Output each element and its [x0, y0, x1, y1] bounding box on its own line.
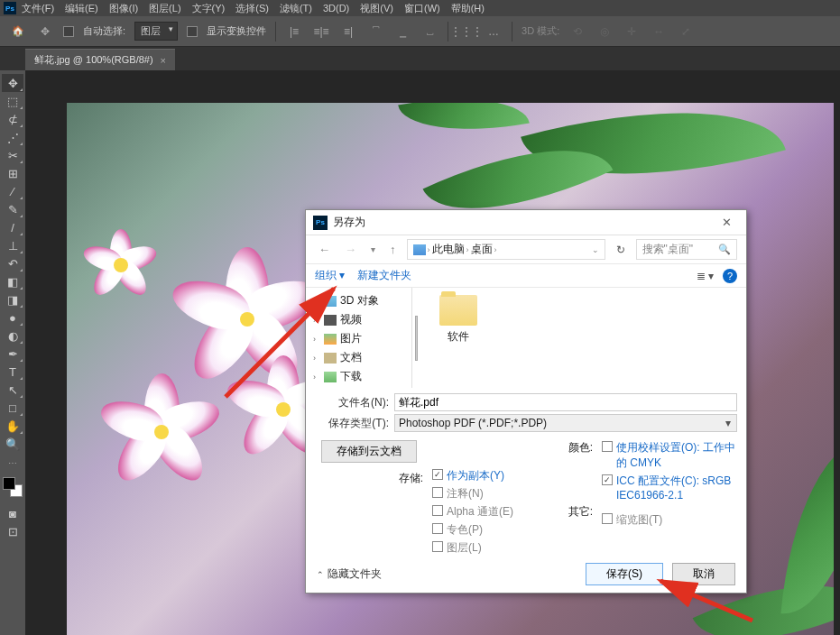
align-middle-icon[interactable]: ⎯ [393, 23, 411, 41]
breadcrumb-desktop[interactable]: 桌面 [471, 242, 493, 257]
pen-tool[interactable]: ✒ [2, 345, 23, 363]
tree-item[interactable]: ›音乐 [306, 386, 411, 388]
save-button[interactable]: 保存(S) [586, 563, 663, 585]
dialog-navigation: ← → ▾ ↑ › 此电脑 › 桌面 › ⌄ ↻ 搜索"桌面" 🔍 [306, 235, 746, 264]
path-select-tool[interactable]: ↖ [2, 381, 23, 399]
screenmode-icon[interactable]: ⊡ [2, 522, 23, 540]
more-icon[interactable]: … [485, 23, 503, 41]
3d-slide-icon[interactable]: ↔ [650, 23, 668, 41]
tree-item[interactable]: ›3D 对象 [306, 291, 411, 310]
back-button[interactable]: ← [315, 241, 334, 258]
quick-select-tool[interactable]: ⋰ [2, 128, 23, 146]
cancel-button[interactable]: 取消 [672, 563, 735, 585]
menu-3d[interactable]: 3D(D) [323, 3, 349, 14]
frame-tool[interactable]: ⊞ [2, 164, 23, 182]
forward-button[interactable]: → [341, 241, 360, 258]
show-transform-checkbox[interactable] [187, 26, 198, 37]
3d-orbit-icon[interactable]: ⟲ [568, 23, 586, 41]
align-bottom-icon[interactable]: ⎵ [420, 23, 438, 41]
close-icon[interactable]: ✕ [715, 212, 739, 233]
marquee-tool[interactable]: ⬚ [2, 92, 23, 110]
healing-tool[interactable]: ✎ [2, 200, 23, 218]
eraser-tool[interactable]: ◧ [2, 272, 23, 290]
tree-item[interactable]: ›文档 [306, 348, 411, 367]
3d-pan-icon[interactable]: ✛ [623, 23, 641, 41]
organize-button[interactable]: 组织 ▾ [315, 268, 345, 283]
menu-layer[interactable]: 图层(L) [149, 2, 180, 15]
align-center-icon[interactable]: ≡|≡ [312, 23, 330, 41]
edit-toolbar-icon[interactable]: ⋯ [8, 458, 17, 468]
refresh-icon[interactable]: ↻ [613, 242, 629, 258]
hand-tool[interactable]: ✋ [2, 417, 23, 435]
brush-tool[interactable]: / [2, 218, 23, 236]
thumb-checkbox[interactable] [602, 513, 613, 524]
menu-type[interactable]: 文字(Y) [192, 2, 226, 15]
type-tool[interactable]: T [2, 363, 23, 381]
as-copy-checkbox[interactable] [432, 469, 443, 480]
menu-select[interactable]: 选择(S) [235, 2, 269, 15]
up-button[interactable]: ↑ [386, 241, 400, 258]
view-options-icon[interactable]: ≣ ▾ [697, 270, 714, 282]
new-folder-button[interactable]: 新建文件夹 [357, 268, 411, 283]
icc-checkbox[interactable] [602, 474, 613, 485]
layer-dropdown[interactable]: 图层 [134, 22, 178, 41]
menu-window[interactable]: 窗口(W) [404, 2, 440, 15]
distribute-icon[interactable]: ⋮⋮⋮ [457, 23, 475, 41]
tree-item[interactable]: ›视频 [306, 310, 411, 329]
menu-image[interactable]: 图像(I) [109, 2, 138, 15]
file-area[interactable]: 软件 [420, 288, 746, 388]
document-tabbar: 鲜花.jpg @ 100%(RGB/8#) × [0, 47, 840, 70]
save-to-cloud-button[interactable]: 存储到云文档 [321, 440, 417, 463]
tree-item[interactable]: ›下载 [306, 367, 411, 386]
auto-select-checkbox[interactable] [63, 26, 74, 37]
menu-filter[interactable]: 滤镜(T) [280, 2, 312, 15]
quickmask-icon[interactable]: ◙ [2, 504, 23, 522]
align-top-icon[interactable]: ⎴ [366, 23, 384, 41]
spot-checkbox[interactable] [432, 523, 443, 534]
blur-tool[interactable]: ● [2, 308, 23, 327]
filename-input[interactable] [394, 393, 737, 411]
move-tool[interactable]: ✥ [2, 74, 23, 92]
chevron-down-icon[interactable]: ⌄ [592, 245, 599, 254]
proof-checkbox[interactable] [602, 441, 613, 452]
help-icon[interactable]: ? [723, 269, 737, 283]
align-right-icon[interactable]: ≡| [339, 23, 357, 41]
breadcrumb-pc[interactable]: 此电脑 [432, 242, 465, 257]
menu-file[interactable]: 文件(F) [22, 2, 54, 15]
gradient-tool[interactable]: ◨ [2, 290, 23, 308]
icc-label: ICC 配置文件(C): sRGB IEC61966-2.1 [616, 474, 737, 502]
alpha-checkbox[interactable] [432, 505, 443, 516]
lasso-tool[interactable]: ⊄ [2, 110, 23, 128]
stamp-tool[interactable]: ⊥ [2, 236, 23, 254]
menu-edit[interactable]: 编辑(E) [65, 2, 98, 15]
hide-folders-toggle[interactable]: ⌃ 隐藏文件夹 [317, 566, 382, 582]
dodge-tool[interactable]: ◐ [2, 327, 23, 345]
folder-icon [324, 372, 337, 382]
filetype-label: 保存类型(T): [315, 416, 389, 431]
foreground-color[interactable] [3, 477, 15, 490]
recent-dropdown-icon[interactable]: ▾ [367, 243, 379, 256]
splitter[interactable] [412, 288, 420, 388]
3d-roll-icon[interactable]: ◎ [595, 23, 614, 41]
color-swatches[interactable] [3, 477, 23, 497]
shape-tool[interactable]: □ [2, 399, 23, 417]
breadcrumb[interactable]: › 此电脑 › 桌面 › ⌄ [407, 239, 605, 260]
crop-tool[interactable]: ✂ [2, 146, 23, 164]
layers-checkbox[interactable] [432, 541, 443, 552]
filetype-dropdown[interactable]: Photoshop PDF (*.PDF;*.PDP) [394, 414, 737, 432]
tree-item[interactable]: ›图片 [306, 329, 411, 348]
zoom-tool[interactable]: 🔍 [2, 435, 23, 453]
3d-scale-icon[interactable]: ⤢ [677, 23, 695, 41]
document-tab[interactable]: 鲜花.jpg @ 100%(RGB/8#) × [25, 49, 175, 70]
close-icon[interactable]: × [161, 55, 166, 66]
menu-view[interactable]: 视图(V) [360, 2, 393, 15]
home-icon[interactable]: 🏠 [9, 23, 27, 41]
align-left-icon[interactable]: |≡ [285, 23, 303, 41]
history-brush-tool[interactable]: ↶ [2, 254, 23, 272]
menu-help[interactable]: 帮助(H) [451, 2, 485, 15]
notes-checkbox[interactable] [432, 487, 443, 498]
folder-tree[interactable]: ›3D 对象›视频›图片›文档›下载›音乐›面 [306, 288, 412, 388]
folder-item[interactable]: 软件 [427, 295, 490, 345]
eyedropper-tool[interactable]: ⁄ [2, 182, 23, 200]
search-input[interactable]: 搜索"桌面" 🔍 [636, 239, 738, 260]
